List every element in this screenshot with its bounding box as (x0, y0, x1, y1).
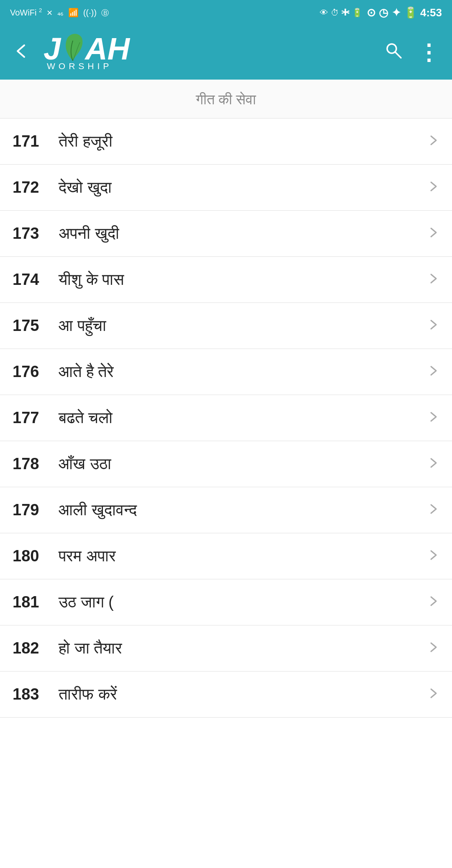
song-title: बढते चलो (59, 409, 423, 427)
list-item[interactable]: 173 अपनी खुदी (0, 211, 452, 257)
list-item[interactable]: 180 परम अपार (0, 533, 452, 579)
chevron-right-icon (427, 133, 439, 150)
chevron-right-icon (427, 225, 439, 243)
list-item[interactable]: 182 हो जा तैयार (0, 625, 452, 672)
chevron-right-icon (427, 640, 439, 657)
song-title: उठ जाग ( (59, 593, 423, 612)
song-number: 183 (13, 685, 59, 703)
song-number: 171 (13, 132, 59, 150)
song-number: 181 (13, 593, 59, 611)
chevron-right-icon (427, 409, 439, 427)
chevron-right-icon (427, 317, 439, 335)
song-number: 176 (13, 363, 59, 381)
app-bar-right: ⋮ (384, 41, 439, 64)
list-item[interactable]: 172 देखो खुदा (0, 165, 452, 211)
list-item[interactable]: 183 तारीफ करें (0, 672, 452, 718)
song-title: आँख उठा (59, 455, 423, 473)
status-left: VoWiFi 2 ✕ ₄₆ 📶 ((·)) Ⓑ (10, 7, 109, 18)
chevron-right-icon (427, 594, 439, 611)
section-header: गीत की सेवा (0, 80, 452, 119)
list-item[interactable]: 177 बढते चलो (0, 395, 452, 441)
song-title: यीशु के पास (59, 271, 423, 289)
back-button[interactable] (13, 42, 31, 63)
song-title: देखो खुदा (59, 178, 423, 197)
status-time: ⊙ ◷ ✦ 🔋 4:53 (367, 6, 442, 19)
logo-j: J (44, 34, 61, 65)
list-item[interactable]: 178 आँख उठा (0, 441, 452, 487)
song-number: 179 (13, 501, 59, 519)
list-item[interactable]: 181 उठ जाग ( (0, 579, 452, 625)
list-item[interactable]: 171 तेरी हजूरी (0, 119, 452, 165)
song-title: आते है तेरे (59, 363, 423, 381)
song-title: तेरी हजूरी (59, 132, 423, 151)
logo-worship-text: WORSHIP (47, 61, 112, 71)
chevron-right-icon (427, 363, 439, 381)
chevron-right-icon (427, 548, 439, 565)
song-number: 178 (13, 455, 59, 473)
section-title: गीत की सेवा (196, 91, 257, 107)
status-bar: VoWiFi 2 ✕ ₄₆ 📶 ((·)) Ⓑ 👁 ⏱ ✱ 🔋 ⊙ ◷ ✦ 🔋 … (0, 0, 452, 25)
song-number: 172 (13, 178, 59, 196)
logo-ah: AH (85, 34, 130, 65)
svg-line-1 (395, 52, 401, 58)
song-number: 177 (13, 409, 59, 427)
list-item[interactable]: 176 आते है तेरे (0, 349, 452, 395)
song-number: 175 (13, 317, 59, 335)
app-bar: J AH WORSHIP ⋮ (0, 25, 452, 80)
song-number: 173 (13, 225, 59, 243)
app-logo: J AH WORSHIP (44, 34, 130, 71)
list-item[interactable]: 174 यीशु के पास (0, 257, 452, 303)
song-number: 180 (13, 547, 59, 565)
song-title: अपनी खुदी (59, 225, 423, 243)
chevron-right-icon (427, 455, 439, 473)
chevron-right-icon (427, 271, 439, 289)
chevron-right-icon (427, 179, 439, 196)
song-number: 182 (13, 639, 59, 657)
logo-leaf-icon (62, 32, 84, 62)
chevron-right-icon (427, 686, 439, 703)
list-item[interactable]: 179 आली खुदावन्द (0, 487, 452, 533)
song-number: 174 (13, 271, 59, 289)
status-icons: 👁 ⏱ ✱ 🔋 (320, 8, 362, 18)
status-right: 👁 ⏱ ✱ 🔋 ⊙ ◷ ✦ 🔋 4:53 (320, 6, 442, 19)
song-title: आ पहुँचा (59, 317, 423, 335)
list-item[interactable]: 175 आ पहुँचा (0, 303, 452, 349)
song-title: हो जा तैयार (59, 639, 423, 658)
search-button[interactable] (384, 41, 403, 64)
song-title: परम अपार (59, 547, 423, 566)
status-left-text: VoWiFi 2 ✕ ₄₆ 📶 ((·)) Ⓑ (10, 7, 109, 18)
chevron-right-icon (427, 501, 439, 519)
app-bar-left: J AH WORSHIP (13, 34, 130, 71)
song-title: तारीफ करें (59, 685, 423, 704)
song-list: 171 तेरी हजूरी 172 देखो खुदा 173 अपनी खु… (0, 119, 452, 718)
more-options-button[interactable]: ⋮ (418, 41, 439, 63)
song-title: आली खुदावन्द (59, 501, 423, 519)
